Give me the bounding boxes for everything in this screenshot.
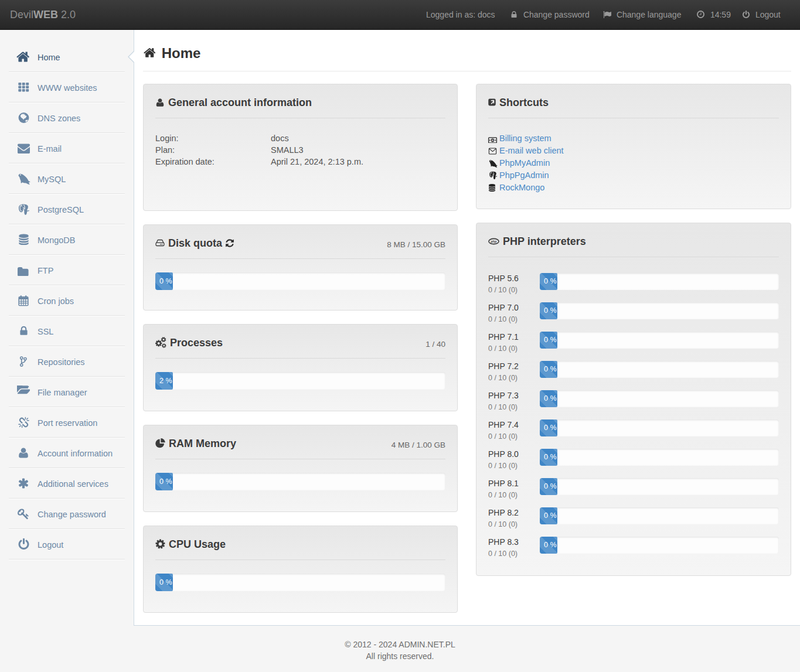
- svg-text:php: php: [491, 240, 498, 243]
